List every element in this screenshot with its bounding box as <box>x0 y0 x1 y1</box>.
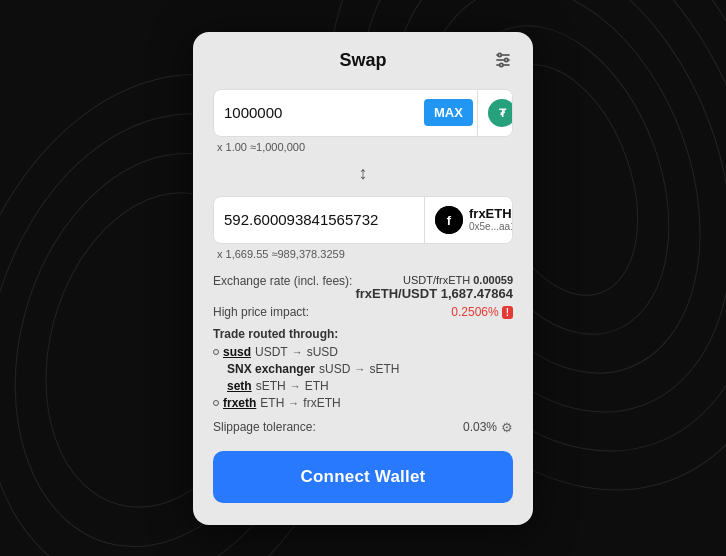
usdt-frxeth-rate: USDT/frxETH 0.00059 <box>403 274 513 286</box>
price-impact-value: 0.2506%! <box>451 305 513 319</box>
page-title: Swap <box>339 50 386 71</box>
to-amount-input[interactable] <box>214 211 424 228</box>
to-token-info: frxETH 0x5e...aa1f <box>469 206 513 234</box>
to-sub-label: x 1,669.55 ≈989,378.3259 <box>217 248 513 260</box>
svg-point-16 <box>500 63 503 66</box>
route-dot-4 <box>213 400 219 406</box>
exchange-rate-row: Exchange rate (incl. fees): USDT/frxETH … <box>213 274 513 301</box>
from-amount-input[interactable] <box>214 104 424 121</box>
swap-card: Swap MAX ₮ USDT 0xda...1ec7 x 1.00 <box>193 32 533 525</box>
route-link-susd[interactable]: susd <box>223 345 251 359</box>
route-step3-to: ETH <box>305 379 329 393</box>
slippage-label: Slippage tolerance: <box>213 420 316 434</box>
settings-button[interactable] <box>493 50 513 70</box>
usdt-icon: ₮ <box>488 99 513 127</box>
to-input-row: f frxETH 0x5e...aa1f <box>213 196 513 244</box>
route-arrow-4: → <box>288 397 299 409</box>
route-step2-from: sUSD <box>319 362 350 376</box>
to-token-badge[interactable]: f frxETH 0x5e...aa1f <box>424 197 513 243</box>
settings-icon <box>493 50 513 70</box>
slippage-settings-icon[interactable]: ⚙ <box>501 420 513 435</box>
connect-wallet-button[interactable]: Connect Wallet <box>213 451 513 503</box>
frxeth-usdt-rate: frxETH/USDT 1,687.47864 <box>355 286 513 301</box>
route-dot-1 <box>213 349 219 355</box>
route-step4-to: frxETH <box>303 396 340 410</box>
route-arrow-2: → <box>354 363 365 375</box>
swap-arrows-icon: ↕ <box>359 163 368 184</box>
route-protocol-snx: SNX exchanger <box>227 362 315 376</box>
route-step-3: seth sETH → ETH <box>227 379 513 393</box>
price-impact-row: High price impact: 0.2506%! <box>213 305 513 319</box>
to-token-address: 0x5e...aa1f <box>469 221 513 233</box>
exchange-rate-label: Exchange rate (incl. fees): <box>213 274 352 288</box>
route-step2-to: sETH <box>369 362 399 376</box>
from-sub-label: x 1.00 ≈1,000,000 <box>217 141 513 153</box>
route-link-seth[interactable]: seth <box>227 379 252 393</box>
from-token-badge[interactable]: ₮ USDT 0xda...1ec7 <box>477 90 513 136</box>
price-impact-label: High price impact: <box>213 305 309 319</box>
route-step1-from: USDT <box>255 345 288 359</box>
price-impact-badge: ! <box>502 306 513 319</box>
svg-point-15 <box>505 58 508 61</box>
info-section: Exchange rate (incl. fees): USDT/frxETH … <box>213 274 513 435</box>
frxeth-icon: f <box>435 206 463 234</box>
swap-direction-button[interactable]: ↕ <box>213 163 513 184</box>
route-step-1: susd USDT → sUSD <box>213 345 513 359</box>
route-step4-from: ETH <box>260 396 284 410</box>
route-arrow-1: → <box>292 346 303 358</box>
svg-text:₮: ₮ <box>498 107 506 119</box>
route-step-4: frxeth ETH → frxETH <box>213 396 513 410</box>
from-input-row: MAX ₮ USDT 0xda...1ec7 <box>213 89 513 137</box>
route-arrow-3: → <box>290 380 301 392</box>
card-header: Swap <box>213 50 513 71</box>
svg-text:f: f <box>447 213 452 228</box>
to-token-name: frxETH <box>469 206 513 222</box>
trade-route-label: Trade routed through: <box>213 327 513 341</box>
route-step3-from: sETH <box>256 379 286 393</box>
max-button[interactable]: MAX <box>424 99 473 126</box>
exchange-rate-values: USDT/frxETH 0.00059 frxETH/USDT 1,687.47… <box>355 274 513 301</box>
svg-point-14 <box>498 53 501 56</box>
slippage-value: 0.03% <box>463 420 497 434</box>
slippage-value-container: 0.03% ⚙ <box>463 420 513 435</box>
route-link-frxeth[interactable]: frxeth <box>223 396 256 410</box>
route-step-2: SNX exchanger sUSD → sETH <box>227 362 513 376</box>
slippage-row: Slippage tolerance: 0.03% ⚙ <box>213 420 513 435</box>
route-step1-to: sUSD <box>307 345 338 359</box>
